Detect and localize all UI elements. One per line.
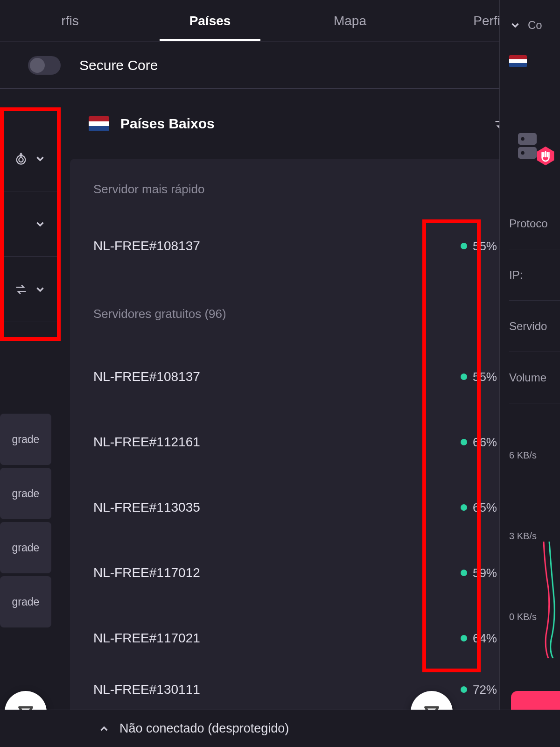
left-row-p2p[interactable] [0,257,61,322]
svg-point-7 [521,137,525,141]
server-load: 66% [461,435,497,450]
svg-point-1 [19,157,23,162]
server-load: 55% [461,370,497,384]
chevron-down-icon[interactable] [509,19,521,31]
server-load: 64% [461,631,497,646]
server-name: NL-FREE#112161 [93,435,461,450]
load-dot-icon [461,570,467,576]
load-dot-icon [461,686,467,693]
flag-netherlands-icon [89,116,109,131]
country-name: Países Baixos [120,116,483,132]
netshield-badge[interactable] [511,126,553,168]
status-bar: Não conectado (desprotegido) [0,710,560,747]
load-dot-icon [461,374,467,380]
traffic-chart [511,537,560,658]
server-row[interactable]: NL-FREE#117012 59% [93,540,544,606]
axis-6kbs: 6 KB/s [509,450,560,461]
server-row[interactable]: NL-FREE#108137 55% [93,344,544,409]
tab-rfis[interactable]: rfis [0,1,140,41]
right-server-label: Servido [509,301,560,352]
svg-rect-5 [518,133,537,145]
secure-core-toggle-left[interactable] [28,56,61,75]
load-dot-icon [461,243,467,249]
secure-core-row: Secure Core [0,42,560,89]
left-row-tor[interactable] [0,126,61,191]
server-panel: Servidor mais rápido NL-FREE#108137 55% … [70,159,558,718]
server-row[interactable]: NL-FREE#113035 65% [93,475,544,540]
p2p-icon [14,283,28,296]
country-header[interactable]: Países Baixos [70,107,560,140]
server-name: NL-FREE#108137 [93,239,461,254]
chevron-down-icon [34,218,46,230]
server-name: NL-FREE#117021 [93,631,461,646]
tab-mapa[interactable]: Mapa [280,1,420,41]
load-dot-icon [461,635,467,641]
chevron-up-icon[interactable] [98,723,110,735]
chevron-down-icon [34,283,46,296]
upgrade-button[interactable]: grade [0,414,51,465]
tab-paises[interactable]: Países [140,1,280,41]
svg-point-8 [521,151,525,155]
server-load: 65% [461,500,497,515]
server-name: NL-FREE#130111 [93,682,461,697]
fastest-hint: Servidor mais rápido [93,182,544,197]
tabs-bar: rfis Países Mapa Perfis [0,0,560,42]
server-row[interactable]: NL-FREE#112161 66% [93,409,544,475]
secure-core-label: Secure Core [79,57,509,73]
upgrade-button[interactable]: grade [0,468,51,519]
right-ip-label: IP: [509,249,560,301]
hand-stop-icon [535,146,556,166]
upgrade-stack: grade grade grade grade [0,411,51,627]
upgrade-button[interactable]: grade [0,522,51,573]
server-name: NL-FREE#113035 [93,500,461,515]
upgrade-button[interactable]: grade [0,576,51,627]
free-section-title: Servidores gratuitos (96) [93,307,511,321]
right-protocol-label: Protoco [509,198,560,249]
chevron-down-icon [34,153,46,165]
left-column [0,126,61,322]
status-text: Não conectado (desprotegido) [119,721,289,736]
server-row[interactable]: NL-FREE#117021 64% [93,606,544,671]
left-row-2[interactable] [0,191,61,257]
load-dot-icon [461,504,467,511]
right-co-label: Co [528,19,542,32]
right-volume-label: Volume [509,352,560,403]
server-load: 55% [461,239,497,254]
server-name: NL-FREE#108137 [93,369,461,384]
load-dot-icon [461,439,467,445]
svg-rect-6 [518,147,537,159]
server-load: 59% [461,566,497,580]
flag-netherlands-icon [509,55,527,67]
onion-icon [14,152,28,165]
server-load: 72% [461,683,497,697]
server-name: NL-FREE#117012 [93,565,461,580]
server-row[interactable]: NL-FREE#130111 72% [93,671,544,708]
fastest-server-row[interactable]: NL-FREE#108137 55% [93,213,544,279]
